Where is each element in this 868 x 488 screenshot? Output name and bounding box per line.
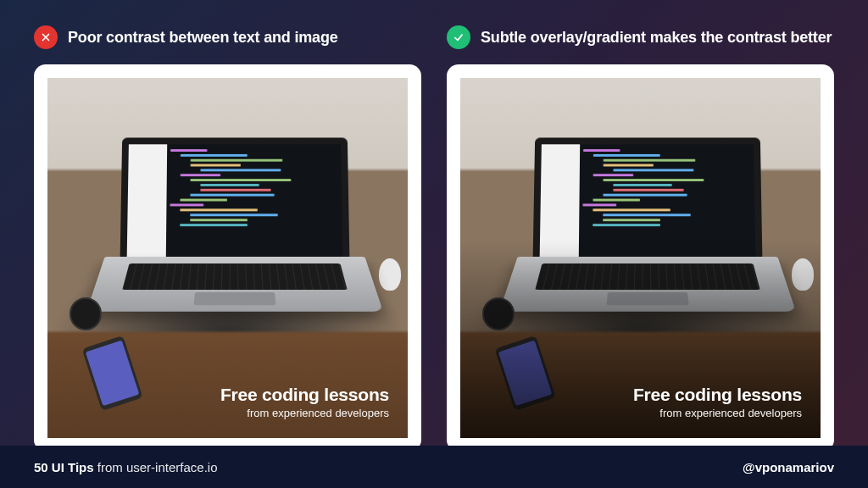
example-card: Free coding lessons from experienced dev… [34,64,421,452]
panel-good-example: Subtle overlay/gradient makes the contra… [447,25,834,452]
example-image: Free coding lessons from experienced dev… [47,78,408,438]
lens-cap-prop [70,297,102,330]
panel-header: Poor contrast between text and image [34,25,421,49]
caption-subtitle: from experienced developers [633,407,802,419]
caption-title: Free coding lessons [633,385,802,405]
caption-subtitle: from experienced developers [220,407,389,419]
code-area-right [579,144,755,258]
laptop-illustration [515,138,779,346]
image-caption: Free coding lessons from experienced dev… [220,385,389,419]
footer-from: from user-interface.io [94,460,218,474]
laptop-screen [120,138,349,265]
panel-title: Subtle overlay/gradient makes the contra… [481,29,832,47]
footer-source: 50 UI Tips from user-interface.io [34,460,217,474]
footer-bar: 50 UI Tips from user-interface.io @vpona… [0,446,868,488]
mouse-prop [379,258,401,291]
image-caption: Free coding lessons from experienced dev… [633,385,802,419]
example-card: Free coding lessons from experienced dev… [447,64,834,452]
trackpad [194,292,276,305]
cross-icon [34,25,58,49]
panel-bad-example: Poor contrast between text and image [34,25,421,452]
editor-sidebar [540,144,580,258]
panel-header: Subtle overlay/gradient makes the contra… [447,25,834,49]
lens-cap-prop [482,297,515,330]
editor-sidebar [127,144,167,258]
caption-title: Free coding lessons [220,385,389,405]
panel-title: Poor contrast between text and image [68,29,338,47]
comparison-container: Poor contrast between text and image [0,0,868,488]
laptop-illustration [103,138,366,346]
footer-brand: 50 UI Tips [34,460,94,474]
check-icon [447,25,470,49]
laptop-screen [533,138,762,265]
laptop-keyboard [499,257,796,311]
laptop-keyboard [86,257,383,311]
footer-handle: @vponamariov [743,460,834,474]
trackpad [607,292,689,305]
example-image: Free coding lessons from experienced dev… [460,78,821,438]
mouse-prop [792,258,814,291]
code-area-left [166,144,342,258]
